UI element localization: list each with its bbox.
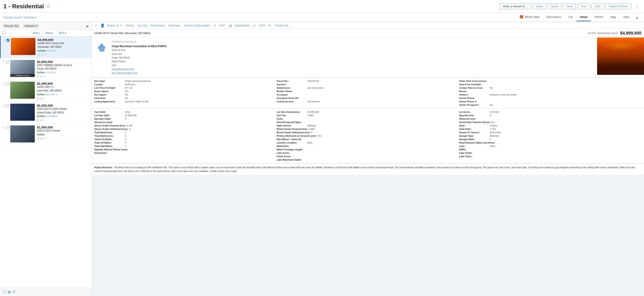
listing-number: 1 [3, 38, 6, 41]
list-item[interactable]: 4 $2,200,000 3334 SOUTH 69TH StreetGrand… [0, 102, 92, 124]
listing-edit-icon[interactable]: ✎ [43, 118, 46, 122]
listing-home-icon[interactable]: ⊟ [38, 53, 40, 56]
listing-checkbox[interactable] [6, 104, 9, 107]
company-email-link[interactable]: fmaar@fmrealtor.com [112, 68, 134, 70]
history-link[interactable]: History [126, 24, 134, 27]
trustfunds-link[interactable]: TrustFunds [274, 24, 288, 27]
owners-label: Owners: [459, 94, 489, 96]
digitally-altered-label: Digitally Altered Photos Used: [94, 148, 128, 151]
listing-ban-icon[interactable]: ⊘ [41, 53, 43, 56]
water-frontage-label: Water Frontage Length: [276, 148, 306, 151]
company-web-link[interactable]: http://www.fmrealtor.com [112, 72, 137, 74]
total-full-baths-label: Total Full Baths: [94, 138, 124, 140]
company-cell: Cell - [112, 64, 594, 68]
tab-list[interactable]: List [565, 13, 576, 21]
more-options-icon[interactable]: ⋮ [633, 3, 640, 10]
listing-checkbox[interactable] [6, 61, 9, 64]
listing-checkbox[interactable] [6, 82, 9, 85]
market-stats-link[interactable]: MarketStats [235, 24, 250, 27]
listing-mls-link[interactable]: 22-3408 [47, 115, 55, 118]
listing-ban-icon[interactable]: ⊘ [40, 75, 42, 78]
listing-agreement-row: Listing Agreement: Exclusive Right To Se… [94, 100, 276, 103]
below-grade-fin-label: Below Grade Finished Area: [276, 128, 308, 130]
lake-label: Lake: [459, 145, 489, 147]
work-on-behalf-button[interactable]: Work on behalf of ... [500, 4, 531, 9]
listing-mls-link[interactable]: 22-327 [47, 71, 54, 74]
listing-ban-icon[interactable]: ⊘ [40, 97, 42, 100]
tax-info-link[interactable]: Tax Info [138, 24, 147, 27]
documents-link[interactable]: Documents [150, 24, 165, 27]
listing-ban-icon[interactable]: ⊘ [40, 118, 42, 122]
lot-acres-row: Lot Acres: 1,879.84 [459, 110, 642, 114]
tab-detail[interactable]: Detail [576, 13, 591, 21]
sort-price-link[interactable]: Price [33, 32, 40, 34]
share-button[interactable]: Share [532, 4, 546, 9]
sort-mls-link[interactable]: MLS # [59, 32, 66, 34]
listing-mls-link[interactable]: 22-675 [47, 50, 54, 52]
lot-size-row: Lot Size SqFt: 81,885,830 [94, 114, 276, 117]
lot-acres-val: 1,879.84 [490, 111, 499, 113]
calculator-link[interactable]: Calculator [168, 24, 180, 27]
listing-edit-icon[interactable]: ✎ [44, 53, 46, 56]
below-grade-fin-row: Below Grade Finished Area: 2,000 [276, 127, 459, 131]
listing-mls-link[interactable]: 22-1187 [47, 93, 55, 96]
email-button[interactable]: Email [548, 4, 562, 9]
listing-home-icon[interactable]: ⊟ [37, 118, 39, 122]
tab-map[interactable]: Map [607, 13, 619, 21]
selected-count: Selected: 0 [23, 24, 39, 28]
cma-button[interactable]: CMA [591, 4, 604, 9]
total-bathrooms-val: 8 [125, 134, 126, 137]
listing-edit-icon[interactable]: ✎ [43, 97, 46, 100]
dnr-row: DNR#: [459, 148, 642, 151]
report-error-button[interactable]: Report An Error [606, 4, 631, 9]
person-icon[interactable]: 👤 [100, 24, 105, 28]
tab-edit-search[interactable]: Edit Search [543, 13, 564, 21]
prop-details-second: Year Built: 2012 Lot Size SqFt: 81,885,8… [92, 108, 644, 163]
listing-home-icon[interactable]: ⊟ [37, 75, 39, 78]
list-price-sqft-label: List Price Per/SqFt: [94, 86, 124, 89]
drain-label: Drain: [276, 118, 306, 120]
report-button[interactable]: Report ▼ [107, 24, 122, 27]
garage-type-row: Garage Type: Attached [459, 134, 642, 138]
listing-thumbnail: Timeless Luxury! [10, 60, 35, 77]
exclusions-label: Exclusions: [94, 152, 124, 154]
search-comparables-link[interactable]: Search Comparables [184, 24, 210, 27]
list-view-icon[interactable]: ☰ [12, 290, 16, 294]
occupant-ph-label: Occupant Home Ph: [276, 97, 306, 100]
above-grade-fin-label: Above Grade Finished Area: [94, 124, 126, 127]
list-panel-collapse[interactable]: ▶ [86, 24, 89, 28]
change-search-template[interactable]: Change Search Template ▾ [4, 16, 37, 19]
list-price-sqft-val: 877.18 [125, 86, 132, 89]
save-button[interactable]: Save [563, 4, 576, 9]
grid-view-icon[interactable]: ▦ [8, 290, 11, 294]
rpr-link[interactable]: RPR [259, 24, 265, 27]
print-button[interactable]: Print [578, 4, 590, 9]
comps-paid-label: Comps Paid on Conc: [459, 86, 489, 89]
lot-acres-label: Lot Acres: [459, 111, 489, 113]
listing-checkbox[interactable] [6, 126, 9, 129]
listing-ban-icon[interactable]: ⊘ [40, 137, 42, 140]
dst-link[interactable]: DST [220, 24, 225, 27]
sub-type-label: Sub Type: [94, 80, 124, 82]
nav-collapse-icon[interactable]: ▲ [633, 14, 640, 20]
select-all-checkbox[interactable] [2, 31, 5, 34]
listing-edit-icon[interactable]: ✎ [43, 137, 46, 140]
listing-home-icon[interactable]: ⊟ [37, 137, 39, 140]
list-footer: ⓘ ▦ ☰ [0, 288, 92, 296]
listing-home-icon[interactable]: ⊟ [37, 97, 39, 100]
list-item[interactable]: 3 $2,499,900 14435 HWY 5 --Lake Park, MN… [0, 80, 92, 102]
info-icon[interactable]: ⓘ [46, 4, 50, 9]
remarks-label: Public Remarks: [94, 166, 112, 169]
list-item[interactable]: 2 Timeless Luxury! $2,850,000 3253 TIMBE… [0, 58, 92, 80]
listing-checkbox[interactable] [6, 39, 10, 42]
tab-photos[interactable]: Photos [591, 13, 607, 21]
external-link-icon[interactable]: ↗ [94, 24, 97, 28]
list-item[interactable]: 1 $4,999,900 14388 45TH Street NWAlexand… [0, 36, 92, 58]
property-photo[interactable] [597, 38, 644, 75]
info-footer-icon[interactable]: ⓘ [2, 290, 6, 294]
tab-whats-new[interactable]: 🎁 What's New [516, 13, 543, 22]
sort-status-link[interactable]: Status [45, 32, 53, 34]
list-item[interactable]: 5 $1,950,000 28419 220TH Street Active ⊟… [0, 124, 92, 144]
tab-stats[interactable]: Stats [620, 13, 633, 21]
listing-edit-icon[interactable]: ✎ [43, 75, 46, 78]
